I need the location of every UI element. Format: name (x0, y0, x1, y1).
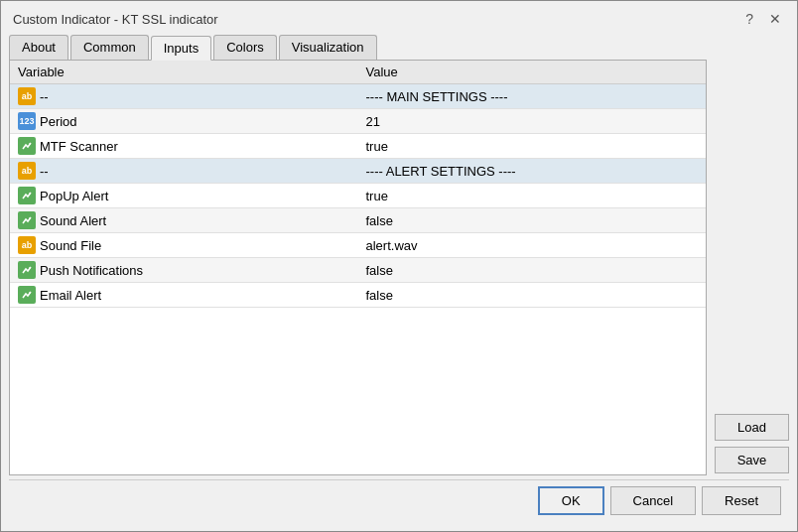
var-name: Sound Alert (18, 211, 350, 229)
type-icon: ab (18, 162, 36, 180)
tab-inputs[interactable]: Inputs (151, 36, 211, 61)
variable-cell: ab-- (10, 84, 358, 109)
dialog-window: Custom Indicator - KT SSL indicator ? ✕ … (0, 0, 798, 532)
var-name: Push Notifications (18, 261, 350, 279)
value-cell: ---- ALERT SETTINGS ---- (358, 159, 707, 184)
help-button[interactable]: ? (741, 9, 757, 29)
var-name: 123Period (18, 112, 350, 130)
tab-about[interactable]: About (9, 35, 68, 60)
table-row[interactable]: PopUp Alerttrue (10, 184, 706, 208)
variable-cell: Sound Alert (10, 208, 358, 233)
table-row[interactable]: abSound Filealert.wav (10, 233, 706, 258)
side-buttons: Load Save (715, 60, 789, 475)
type-icon: 123 (18, 112, 36, 130)
value-cell: ---- MAIN SETTINGS ---- (358, 84, 707, 109)
col-header-variable: Variable (10, 61, 358, 84)
variable-cell: PopUp Alert (10, 184, 358, 208)
value-cell: true (358, 184, 707, 208)
value-cell: false (358, 283, 707, 308)
table-row[interactable]: ab------ ALERT SETTINGS ---- (10, 159, 706, 184)
table-row[interactable]: Sound Alertfalse (10, 208, 706, 233)
col-header-value: Value (358, 61, 707, 84)
cancel-button[interactable]: Cancel (610, 486, 696, 515)
tab-content: Variable Value ab------ MAIN SETTINGS --… (1, 60, 797, 531)
value-cell: alert.wav (358, 233, 707, 258)
inputs-table-container: Variable Value ab------ MAIN SETTINGS --… (9, 60, 707, 475)
variable-cell: 123Period (10, 109, 358, 134)
var-name: ab-- (18, 87, 350, 105)
table-row[interactable]: 123Period21 (10, 109, 706, 134)
load-button[interactable]: Load (715, 414, 789, 441)
type-icon: ab (18, 87, 36, 105)
title-bar: Custom Indicator - KT SSL indicator ? ✕ (1, 1, 797, 33)
type-icon (18, 137, 36, 155)
var-name: Email Alert (18, 286, 350, 304)
var-name: PopUp Alert (18, 187, 350, 204)
value-cell: false (358, 208, 707, 233)
value-cell: false (358, 258, 707, 283)
type-icon (18, 286, 36, 304)
value-cell: true (358, 134, 707, 159)
tab-colors[interactable]: Colors (213, 35, 277, 60)
variable-cell: MTF Scanner (10, 134, 358, 159)
table-row[interactable]: ab------ MAIN SETTINGS ---- (10, 84, 706, 109)
tab-bar: About Common Inputs Colors Visualization (1, 35, 797, 60)
main-content: Variable Value ab------ MAIN SETTINGS --… (9, 60, 789, 475)
variable-cell: Push Notifications (10, 258, 358, 283)
variable-cell: Email Alert (10, 283, 358, 308)
variable-cell: abSound File (10, 233, 358, 258)
title-controls: ? ✕ (741, 9, 785, 29)
table-row[interactable]: Push Notificationsfalse (10, 258, 706, 283)
var-name: abSound File (18, 236, 350, 254)
save-button[interactable]: Save (715, 447, 789, 473)
var-name: ab-- (18, 162, 350, 180)
value-cell: 21 (358, 109, 707, 134)
tab-visualization[interactable]: Visualization (279, 35, 377, 60)
type-icon (18, 261, 36, 279)
type-icon: ab (18, 236, 36, 254)
ok-button[interactable]: OK (538, 486, 604, 515)
table-row[interactable]: Email Alertfalse (10, 283, 706, 308)
var-name: MTF Scanner (18, 137, 350, 155)
inputs-table: Variable Value ab------ MAIN SETTINGS --… (10, 61, 706, 308)
table-row[interactable]: MTF Scannertrue (10, 134, 706, 159)
type-icon (18, 187, 36, 204)
window-title: Custom Indicator - KT SSL indicator (13, 12, 218, 27)
footer: OK Cancel Reset (9, 479, 789, 523)
reset-button[interactable]: Reset (702, 486, 781, 515)
close-button[interactable]: ✕ (765, 9, 785, 29)
tab-common[interactable]: Common (70, 35, 149, 60)
type-icon (18, 211, 36, 229)
variable-cell: ab-- (10, 159, 358, 184)
